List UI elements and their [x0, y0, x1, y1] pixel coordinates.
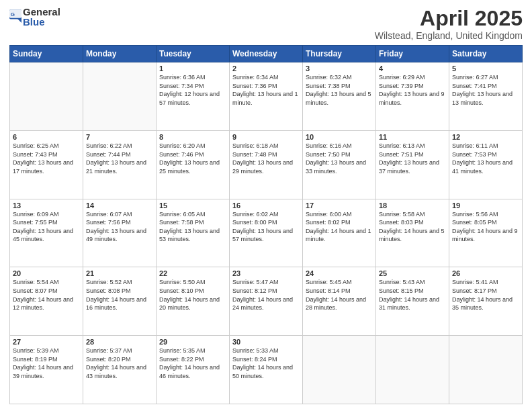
- day-info: Sunrise: 5:58 AM Sunset: 8:03 PM Dayligh…: [379, 210, 446, 244]
- day-info: Sunrise: 6:20 AM Sunset: 7:46 PM Dayligh…: [159, 142, 226, 175]
- calendar-cell: 5Sunrise: 6:27 AM Sunset: 7:41 PM Daylig…: [449, 62, 523, 131]
- calendar-cell: 11Sunrise: 6:13 AM Sunset: 7:51 PM Dayli…: [376, 130, 449, 199]
- day-info: Sunrise: 6:27 AM Sunset: 7:41 PM Dayligh…: [452, 73, 519, 107]
- calendar-cell: 30Sunrise: 5:33 AM Sunset: 8:24 PM Dayli…: [230, 336, 303, 404]
- logo-blue: Blue: [23, 17, 60, 27]
- calendar-cell: 3Sunrise: 6:32 AM Sunset: 7:38 PM Daylig…: [303, 62, 376, 131]
- day-number: 14: [86, 201, 153, 210]
- calendar-cell: 1Sunrise: 6:36 AM Sunset: 7:34 PM Daylig…: [157, 62, 230, 131]
- month-title: April 2025: [375, 7, 523, 30]
- calendar-cell: [376, 336, 449, 404]
- calendar-cell: 18Sunrise: 5:58 AM Sunset: 8:03 PM Dayli…: [376, 199, 449, 267]
- day-number: 25: [379, 269, 446, 277]
- calendar-cell: 22Sunrise: 5:50 AM Sunset: 8:10 PM Dayli…: [157, 267, 230, 336]
- calendar-cell: 8Sunrise: 6:20 AM Sunset: 7:46 PM Daylig…: [157, 130, 230, 199]
- day-header-tuesday: Tuesday: [157, 46, 230, 62]
- day-header-wednesday: Wednesday: [230, 46, 303, 62]
- day-number: 9: [232, 133, 300, 141]
- calendar-cell: [83, 62, 157, 131]
- day-number: 26: [452, 269, 519, 277]
- day-info: Sunrise: 6:16 AM Sunset: 7:50 PM Dayligh…: [306, 142, 373, 175]
- day-number: 30: [232, 338, 300, 346]
- day-number: 11: [379, 133, 446, 141]
- calendar-cell: 24Sunrise: 5:45 AM Sunset: 8:14 PM Dayli…: [303, 267, 376, 336]
- calendar-cell: 9Sunrise: 6:18 AM Sunset: 7:48 PM Daylig…: [230, 130, 303, 199]
- calendar-cell: 17Sunrise: 6:00 AM Sunset: 8:02 PM Dayli…: [303, 199, 376, 267]
- calendar-week-row: 1Sunrise: 6:36 AM Sunset: 7:34 PM Daylig…: [10, 62, 523, 131]
- calendar-cell: 28Sunrise: 5:37 AM Sunset: 8:20 PM Dayli…: [83, 336, 157, 404]
- day-info: Sunrise: 5:33 AM Sunset: 8:24 PM Dayligh…: [232, 347, 300, 380]
- day-number: 1: [159, 64, 226, 73]
- calendar-cell: 25Sunrise: 5:43 AM Sunset: 8:15 PM Dayli…: [376, 267, 449, 336]
- calendar-cell: 15Sunrise: 6:05 AM Sunset: 7:58 PM Dayli…: [157, 199, 230, 267]
- day-info: Sunrise: 6:02 AM Sunset: 8:00 PM Dayligh…: [232, 210, 300, 244]
- day-number: 17: [306, 201, 373, 210]
- calendar-cell: 27Sunrise: 5:39 AM Sunset: 8:19 PM Dayli…: [10, 336, 83, 404]
- day-number: 20: [13, 269, 80, 277]
- calendar-week-row: 6Sunrise: 6:25 AM Sunset: 7:43 PM Daylig…: [10, 130, 523, 199]
- day-number: 18: [379, 201, 446, 210]
- day-info: Sunrise: 5:56 AM Sunset: 8:05 PM Dayligh…: [452, 210, 519, 244]
- day-info: Sunrise: 5:43 AM Sunset: 8:15 PM Dayligh…: [379, 278, 446, 312]
- calendar-cell: 7Sunrise: 6:22 AM Sunset: 7:44 PM Daylig…: [83, 130, 157, 199]
- day-number: 29: [159, 338, 226, 346]
- logo-icon: G: [9, 9, 21, 24]
- day-number: 5: [452, 64, 519, 73]
- day-info: Sunrise: 5:39 AM Sunset: 8:19 PM Dayligh…: [13, 347, 80, 380]
- day-number: 23: [232, 269, 300, 277]
- day-info: Sunrise: 6:05 AM Sunset: 7:58 PM Dayligh…: [159, 210, 226, 244]
- day-number: 4: [379, 64, 446, 73]
- day-number: 19: [452, 201, 519, 210]
- calendar-cell: 4Sunrise: 6:29 AM Sunset: 7:39 PM Daylig…: [376, 62, 449, 131]
- calendar-table: SundayMondayTuesdayWednesdayThursdayFrid…: [9, 45, 523, 404]
- day-info: Sunrise: 6:09 AM Sunset: 7:55 PM Dayligh…: [13, 210, 80, 244]
- day-header-sunday: Sunday: [10, 46, 83, 62]
- calendar-cell: 26Sunrise: 5:41 AM Sunset: 8:17 PM Dayli…: [449, 267, 523, 336]
- day-number: 7: [86, 133, 153, 141]
- day-info: Sunrise: 5:52 AM Sunset: 8:08 PM Dayligh…: [86, 278, 153, 312]
- calendar-header-row: SundayMondayTuesdayWednesdayThursdayFrid…: [10, 46, 523, 62]
- day-header-saturday: Saturday: [449, 46, 523, 62]
- day-info: Sunrise: 6:25 AM Sunset: 7:43 PM Dayligh…: [13, 142, 80, 175]
- logo-text: General Blue: [23, 7, 60, 27]
- day-info: Sunrise: 5:50 AM Sunset: 8:10 PM Dayligh…: [159, 278, 226, 312]
- calendar-cell: 6Sunrise: 6:25 AM Sunset: 7:43 PM Daylig…: [10, 130, 83, 199]
- day-number: 8: [159, 133, 226, 141]
- header: G General Blue April 2025 Wilstead, Engl…: [9, 7, 523, 41]
- day-info: Sunrise: 5:54 AM Sunset: 8:07 PM Dayligh…: [13, 278, 80, 312]
- calendar-cell: 23Sunrise: 5:47 AM Sunset: 8:12 PM Dayli…: [230, 267, 303, 336]
- title-block: April 2025 Wilstead, England, United Kin…: [375, 7, 523, 41]
- day-header-thursday: Thursday: [303, 46, 376, 62]
- calendar-cell: [303, 336, 376, 404]
- calendar-week-row: 27Sunrise: 5:39 AM Sunset: 8:19 PM Dayli…: [10, 336, 523, 404]
- calendar-cell: 16Sunrise: 6:02 AM Sunset: 8:00 PM Dayli…: [230, 199, 303, 267]
- calendar-cell: 12Sunrise: 6:11 AM Sunset: 7:53 PM Dayli…: [449, 130, 523, 199]
- day-info: Sunrise: 6:32 AM Sunset: 7:38 PM Dayligh…: [306, 73, 373, 107]
- day-number: 21: [86, 269, 153, 277]
- day-header-friday: Friday: [376, 46, 449, 62]
- day-info: Sunrise: 6:18 AM Sunset: 7:48 PM Dayligh…: [232, 142, 300, 175]
- day-info: Sunrise: 5:47 AM Sunset: 8:12 PM Dayligh…: [232, 278, 300, 312]
- day-info: Sunrise: 6:07 AM Sunset: 7:56 PM Dayligh…: [86, 210, 153, 244]
- day-info: Sunrise: 5:41 AM Sunset: 8:17 PM Dayligh…: [452, 278, 519, 312]
- calendar-cell: 20Sunrise: 5:54 AM Sunset: 8:07 PM Dayli…: [10, 267, 83, 336]
- day-info: Sunrise: 5:37 AM Sunset: 8:20 PM Dayligh…: [86, 347, 153, 380]
- day-number: 2: [232, 64, 300, 73]
- calendar-week-row: 20Sunrise: 5:54 AM Sunset: 8:07 PM Dayli…: [10, 267, 523, 336]
- calendar-cell: 10Sunrise: 6:16 AM Sunset: 7:50 PM Dayli…: [303, 130, 376, 199]
- day-number: 13: [13, 201, 80, 210]
- day-number: 16: [232, 201, 300, 210]
- page: G General Blue April 2025 Wilstead, Engl…: [0, 0, 532, 411]
- calendar-cell: 2Sunrise: 6:34 AM Sunset: 7:36 PM Daylig…: [230, 62, 303, 131]
- day-number: 3: [306, 64, 373, 73]
- svg-text:G: G: [11, 11, 15, 17]
- day-info: Sunrise: 6:00 AM Sunset: 8:02 PM Dayligh…: [306, 210, 373, 244]
- day-info: Sunrise: 6:22 AM Sunset: 7:44 PM Dayligh…: [86, 142, 153, 175]
- location: Wilstead, England, United Kingdom: [375, 30, 523, 41]
- day-number: 6: [13, 133, 80, 141]
- calendar-cell: [10, 62, 83, 131]
- logo: G General Blue: [9, 7, 60, 27]
- day-number: 24: [306, 269, 373, 277]
- day-info: Sunrise: 5:35 AM Sunset: 8:22 PM Dayligh…: [159, 347, 226, 380]
- calendar-cell: 19Sunrise: 5:56 AM Sunset: 8:05 PM Dayli…: [449, 199, 523, 267]
